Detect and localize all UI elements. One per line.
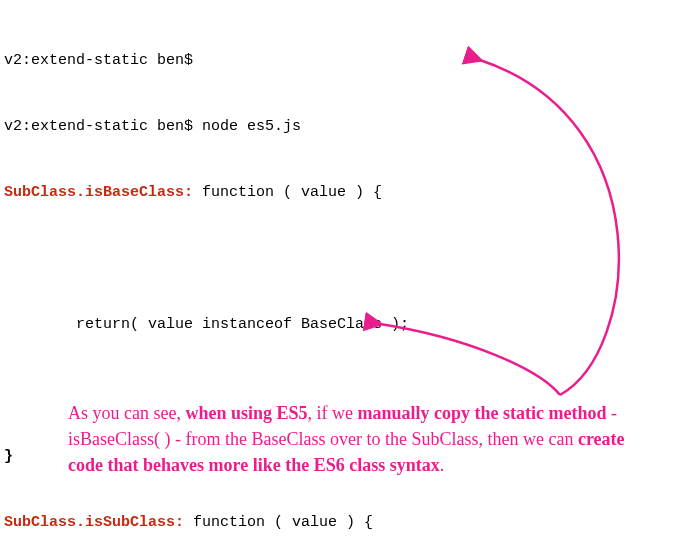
method-name: SubClass.isBaseClass: [4, 184, 193, 201]
annotation-highlight: when using ES5 [185, 403, 307, 423]
code-text: function ( value ) { [184, 514, 373, 531]
command: node es5.js [202, 118, 301, 135]
prompt-line-1: v2:extend-static ben$ [4, 50, 409, 72]
code-text: return( value instanceof BaseClass ); [4, 316, 409, 333]
method-name: SubClass.isSubClass: [4, 514, 184, 531]
output-line: SubClass.isSubClass: function ( value ) … [4, 512, 409, 534]
output-line: SubClass.isBaseClass: function ( value )… [4, 182, 409, 204]
code-text: function ( value ) { [193, 184, 382, 201]
arrow-long [480, 60, 619, 395]
annotation-segment: As you can see, [68, 403, 185, 423]
prompt-line-2: v2:extend-static ben$ node es5.js [4, 116, 409, 138]
prompt: v2:extend-static ben$ [4, 52, 202, 69]
blank-line [4, 380, 409, 402]
annotation-text: As you can see, when using ES5, if we ma… [68, 400, 628, 478]
prompt: v2:extend-static ben$ [4, 118, 202, 135]
output-line: return( value instanceof BaseClass ); [4, 314, 409, 336]
annotation-highlight: manually copy the static method [358, 403, 607, 423]
code-text: } [4, 448, 13, 465]
annotation-segment: , if we [308, 403, 358, 423]
blank-line [4, 248, 409, 270]
annotation-segment: . [440, 455, 445, 475]
